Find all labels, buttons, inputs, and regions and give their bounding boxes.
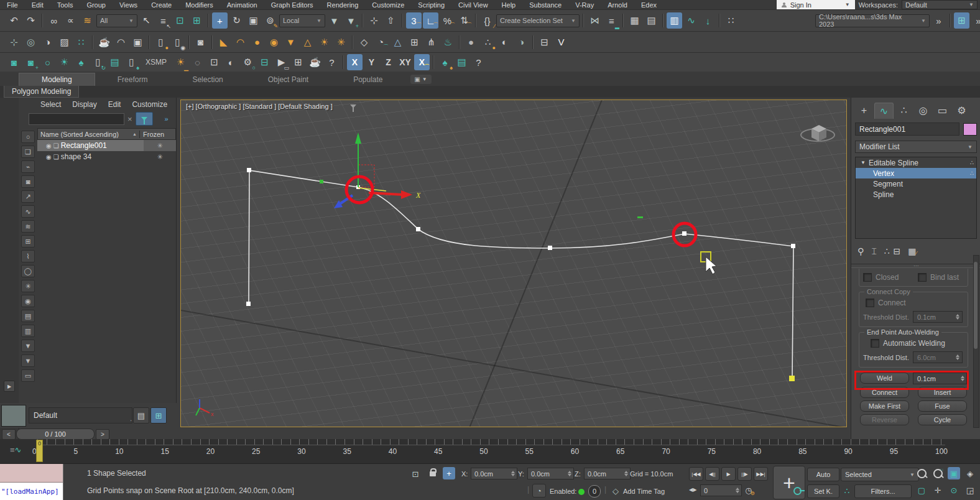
current-frame-field[interactable]: 0 [700, 484, 742, 496]
isolate-selection-icon[interactable]: ⊡ [409, 468, 422, 480]
paint-transform-icon[interactable]: ▨▼ [57, 34, 72, 50]
zoom-extents-icon[interactable]: ▣ [948, 467, 960, 479]
curve-editor-icon[interactable]: ∿▼ [683, 12, 699, 29]
geometry-box-icon[interactable]: ◇▼ [356, 34, 372, 50]
closed-checkbox[interactable]: Closed [863, 272, 918, 282]
maximize-viewport-icon[interactable]: ◲ [964, 484, 976, 496]
spinner-snap-icon[interactable]: ⇅⌒▼ [456, 12, 472, 29]
y-coord-field[interactable]: 0.0cm [527, 468, 574, 479]
make-unique-icon[interactable]: ∴ [884, 246, 890, 256]
listener-script-row[interactable]: "[loadMainApp] [0, 483, 63, 500]
display-star-icon[interactable]: ✳ [21, 280, 35, 292]
connect-button[interactable]: Connect [860, 387, 909, 398]
eye-icon[interactable]: ◉ [46, 154, 52, 160]
go-to-start-button[interactable]: |◀◀ [689, 467, 703, 481]
antenna-helper-icon[interactable]: △▼ [390, 34, 405, 50]
ribbon-config-dropdown[interactable]: ▣▼ [410, 75, 432, 84]
panel-scrollbar[interactable] [973, 255, 979, 428]
play-button[interactable]: ▶ [721, 467, 736, 481]
zoom-icon[interactable] [915, 467, 928, 479]
menu-item[interactable]: Arnold [601, 1, 634, 9]
menu-item[interactable]: Rendering [320, 1, 366, 9]
default-preset-field[interactable]: Default [29, 407, 132, 424]
filter-clear-icon[interactable]: ▼ [21, 340, 35, 352]
column-frozen[interactable]: Frozen [139, 131, 175, 138]
tab-freeform[interactable]: Freeform [95, 73, 170, 86]
keyboard-shortcut-override-icon[interactable]: ⇧▼ [383, 12, 399, 29]
menu-item[interactable]: Animation [220, 1, 264, 9]
menu-item[interactable]: Group [80, 1, 113, 9]
select-and-place-icon[interactable]: ⊚✎▼ [262, 12, 278, 29]
create-tab[interactable]: + [855, 103, 873, 118]
select-and-move-icon[interactable]: +▼ [212, 12, 228, 29]
signin-dropdown[interactable]: Sign In ▼ [777, 0, 855, 9]
expand-panel-button[interactable]: ▶ [4, 381, 15, 392]
list-view-icon[interactable]: ▤ [21, 310, 35, 322]
material-sphere-icon[interactable]: ●▼ [463, 34, 479, 50]
undo-icon[interactable]: ↶▼ [6, 12, 22, 29]
selection-filter-dropdown[interactable]: All▼ [96, 14, 137, 27]
menu-item[interactable]: Tools [50, 1, 80, 9]
render-elements-icon[interactable]: ⊟▼ [537, 34, 552, 50]
forest-icon[interactable]: ♠♠▼ [437, 54, 453, 70]
mirror-icon[interactable]: ⋈▼ [587, 12, 603, 29]
add-time-tag[interactable]: Add Time Tag [623, 488, 665, 495]
use-selection-center-icon[interactable]: ▼+▼ [343, 12, 359, 29]
make-first-button[interactable]: Make First [860, 400, 909, 412]
weld-value-field[interactable]: 0.1cm [913, 373, 967, 384]
unlink-selection-icon[interactable]: ∝▼ [63, 12, 78, 29]
teapot-icon[interactable]: ☕▼ [96, 34, 112, 50]
menu-item[interactable]: Views [113, 1, 144, 9]
key-filters-icon[interactable]: ∴ [841, 484, 853, 497]
palette-mask-icon[interactable]: ◐▼ [223, 54, 239, 70]
sun-create-icon[interactable]: ☀▼ [57, 54, 72, 70]
weld-threshold-field[interactable]: 6.0cm [913, 351, 963, 363]
display-shapes-icon[interactable]: ∿ [21, 205, 35, 218]
layers-button[interactable]: ▤ [133, 407, 149, 424]
list-view-2-icon[interactable]: ▥ [21, 325, 35, 337]
frozen-cell[interactable]: ✳ [144, 151, 176, 162]
object-name-field[interactable]: Rectangle001 [855, 123, 959, 136]
material-group-icon[interactable]: ∴●▼ [480, 34, 496, 50]
film-camera-icon[interactable]: ◙▼ [193, 34, 208, 50]
configure-modifier-sets-icon[interactable]: ▦⁄ [908, 246, 917, 256]
axis-xy-button[interactable]: XY▼ [397, 54, 413, 70]
angle-snap-icon[interactable]: ∟⌒▼ [423, 12, 438, 29]
menu-item[interactable]: Help [495, 1, 523, 9]
redo-icon[interactable]: ↷▼ [23, 12, 39, 29]
menu-item[interactable]: V-Ray [568, 1, 601, 9]
menu-item[interactable]: Substance [522, 1, 568, 9]
modify-tab[interactable]: ∿ [874, 103, 894, 119]
toggle-scene-explorer-icon[interactable]: ▦▼ [627, 12, 642, 29]
display-containers-icon[interactable]: ⊞ [21, 235, 35, 248]
track-bar[interactable]: ≡∿ 0510152025303540455055606570758085909… [0, 439, 980, 464]
grid-snap-button[interactable]: ⊞ [150, 407, 167, 424]
explorer-table-header[interactable]: Name (Sorted Ascending) ▲ Frozen [37, 128, 176, 140]
align-icon[interactable]: ≡▂▼ [604, 12, 619, 29]
camera-add-icon[interactable]: ◙+▼ [23, 54, 39, 70]
doc-refresh-icon[interactable]: ▯↻▼ [90, 54, 106, 70]
stack-editable-spline[interactable]: ▼ Editable Spline ∴ [856, 157, 976, 168]
pan-hand-icon[interactable]: ✛ [931, 484, 944, 496]
next-frame-button[interactable]: ||▶ [737, 467, 752, 481]
bind-last-checkbox[interactable]: Bind last [918, 272, 959, 282]
axis-x-button[interactable]: X▼ [347, 54, 363, 70]
display-geometry-icon[interactable]: ❏ [21, 146, 35, 158]
material-mask-icon[interactable]: ◐▼ [497, 34, 512, 50]
search-filter-button[interactable] [136, 112, 153, 126]
display-tab[interactable]: ▭ [933, 103, 951, 118]
display-cameras-icon[interactable]: ◙ [21, 175, 35, 188]
display-bones-icon[interactable]: ⌇ [21, 250, 35, 262]
bulb-gear-icon[interactable]: ⚙○▼ [240, 54, 256, 70]
vray-logo-icon[interactable]: V▼ [553, 34, 569, 50]
menu-item[interactable]: Civil View [451, 1, 494, 9]
eye-icon[interactable]: ◉ [46, 142, 52, 149]
mini-curve-editor-icon[interactable]: ≡∿ [10, 445, 22, 455]
listener-macro-row[interactable] [0, 464, 63, 483]
snap-pivot-icon[interactable]: ⊹▼ [6, 34, 22, 50]
automatic-welding-checkbox[interactable]: Automatic Welding [863, 338, 964, 348]
window-split-icon[interactable]: ⊟▼ [257, 54, 272, 70]
viewport[interactable]: [+] [Orthographic ] [Standard ] [Default… [180, 100, 847, 427]
zoom-all-icon[interactable]: ∷ [931, 467, 944, 479]
bind-to-space-warp-icon[interactable]: ≋▼ [80, 12, 95, 29]
